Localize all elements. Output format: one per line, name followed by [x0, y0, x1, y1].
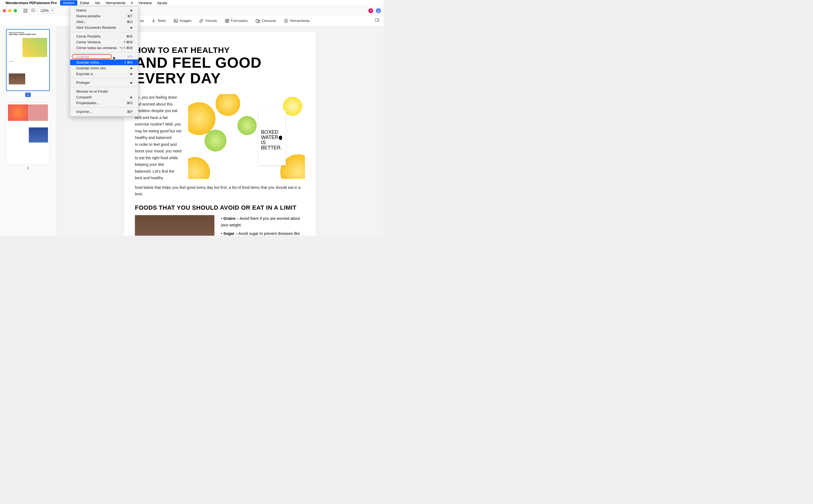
intro-paragraph: So, you are feeling down and worried abo…	[135, 94, 181, 181]
menu-guardar-como[interactable]: Guardar como...⇧⌘S	[70, 59, 138, 65]
sidebar-toggle-icon[interactable]	[30, 8, 36, 14]
menu-propiedades[interactable]: Propiedades...⌘D	[70, 100, 138, 106]
svg-rect-12	[227, 21, 229, 22]
zoom-window-button[interactable]	[14, 9, 17, 12]
svg-point-6	[378, 10, 379, 11]
hero-image: BOXED WATER IS BETTER.	[188, 94, 305, 179]
thumbnails-sidebar[interactable]: HOW TO EAT HEALTHY AND FEEL GOOD EVERY D…	[0, 26, 56, 236]
svg-rect-14	[375, 19, 379, 21]
section-heading: FOODS THAT YOU SHOULD AVOID OR EAT IN A …	[135, 204, 305, 211]
menu-abrir[interactable]: Abrir...⌘O	[70, 19, 138, 25]
grid-view-icon[interactable]	[22, 8, 29, 14]
menu-ventana[interactable]: Ventana	[136, 0, 154, 5]
page-number-2: 2	[27, 166, 29, 170]
svg-rect-4	[32, 9, 35, 11]
page-1: HOW TO EAT HEALTHY AND FEEL GOOD EVERY D…	[124, 32, 316, 236]
menu-editar[interactable]: Editar	[77, 0, 92, 5]
svg-rect-13	[256, 19, 258, 22]
svg-rect-0	[24, 9, 25, 10]
intro-continued: food below that helps you feel good ever…	[135, 184, 305, 198]
minimize-window-button[interactable]	[8, 9, 12, 12]
titlebar: 120% ✦	[0, 6, 383, 15]
menu-compartir[interactable]: Compartir▶	[70, 94, 138, 100]
app-name: Wondershare PDFelement Pro	[5, 1, 57, 5]
tool-censurar[interactable]: Censurar	[255, 19, 276, 23]
tool-texto[interactable]: Texto	[151, 19, 166, 23]
workspace: HOW TO EAT HEALTHY AND FEEL GOOD EVERY D…	[0, 26, 383, 236]
menu-imprimir[interactable]: Imprimir...⌘P	[70, 109, 138, 115]
menu-separator	[70, 32, 138, 32]
close-window-button[interactable]	[3, 9, 6, 12]
menu-guardar: Guardar⌘S	[70, 54, 138, 59]
thumbnail-2[interactable]: 2	[0, 102, 56, 170]
menu-ir[interactable]: Ir	[128, 0, 136, 5]
share-avatar-icon[interactable]: ✦	[368, 8, 373, 13]
tool-herramienta[interactable]: Herramienta	[284, 19, 309, 23]
menu-proteger[interactable]: Proteger▶	[70, 80, 138, 86]
water-drop-icon	[279, 136, 282, 140]
menu-nuevo[interactable]: Nuevo▶	[70, 7, 138, 13]
tool-vinculo[interactable]: Vínculo	[199, 19, 217, 23]
menu-separator	[70, 52, 138, 52]
page-title: AND FEEL GOOD EVERY DAY	[135, 55, 305, 86]
svg-rect-11	[225, 21, 227, 22]
menu-ver[interactable]: Ver	[92, 0, 103, 5]
tool-partial[interactable]: ca	[140, 19, 144, 23]
thumbnail-1[interactable]: HOW TO EAT HEALTHY AND FEEL GOOD EVERY D…	[0, 29, 56, 97]
carton-graphic: BOXED WATER IS BETTER.	[258, 110, 286, 165]
secondary-toolbar: ca Texto Imagen Vínculo Formulario Censu…	[0, 15, 383, 26]
panel-toggle-icon[interactable]	[375, 19, 379, 23]
menu-cerrar-pestana[interactable]: Cerrar Pestaña⌘W	[70, 33, 138, 39]
zoom-select[interactable]: 120%	[38, 8, 54, 13]
menu-herramienta[interactable]: Herramienta	[103, 0, 128, 5]
page-subtitle: HOW TO EAT HEALTHY	[135, 45, 305, 55]
svg-rect-9	[225, 19, 227, 21]
svg-rect-1	[26, 9, 27, 10]
menu-cerrar-todas[interactable]: Cerrar todas las ventanas⌥⇧⌘W	[70, 45, 138, 51]
archivo-dropdown: Nuevo▶ Nueva pestaña⌘T Abrir...⌘O Abrir …	[70, 6, 138, 116]
traffic-lights	[3, 9, 17, 12]
svg-rect-10	[227, 19, 229, 21]
tool-imagen[interactable]: Imagen	[173, 19, 191, 23]
page-number-1: 1	[25, 93, 31, 97]
svg-rect-7	[174, 19, 177, 22]
bullet-list: • Grains – Avoid them if you are worried…	[221, 215, 305, 236]
svg-rect-2	[24, 11, 25, 12]
menu-abrir-reciente[interactable]: Abrir Dcumento Reciente▶	[70, 25, 138, 30]
menu-exportar-a[interactable]: Exportar a▶	[70, 71, 138, 77]
app-window: 120% ✦ ca Texto Imagen Vínculo Formulari…	[0, 6, 383, 236]
svg-rect-3	[26, 11, 27, 12]
menu-guardar-como-otro[interactable]: Guardar como otro▶	[70, 65, 138, 71]
menu-archivo[interactable]: Archivo	[60, 0, 77, 5]
tool-formulario[interactable]: Formulario	[225, 19, 248, 23]
menu-cerrar-ventana[interactable]: Cerrar Ventana⇧⌘W	[70, 39, 138, 45]
section-image	[135, 215, 214, 236]
menu-separator	[70, 78, 138, 78]
menu-separator	[70, 107, 138, 107]
macos-menubar: Wondershare PDFelement Pro Archivo Edita…	[0, 0, 383, 6]
user-avatar-icon[interactable]	[376, 8, 381, 13]
menu-ayuda[interactable]: Ayuda	[154, 0, 170, 5]
menu-mostrar-finder[interactable]: Mostrar en el Finder	[70, 89, 138, 94]
menu-nueva-pestana[interactable]: Nueva pestaña⌘T	[70, 13, 138, 19]
